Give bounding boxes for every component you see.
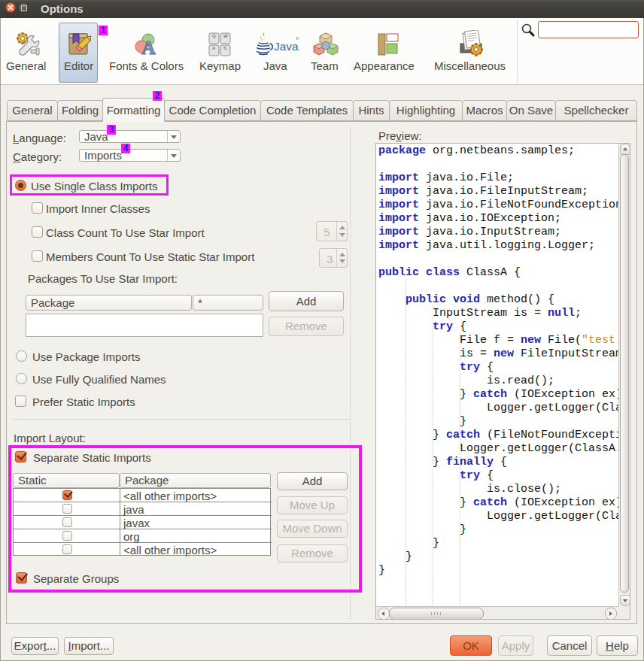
svg-text:A: A — [212, 46, 216, 50]
svg-text:Q: Q — [212, 34, 216, 38]
svg-text:W: W — [223, 34, 228, 38]
svg-text:™: ™ — [295, 36, 299, 44]
svg-text:S: S — [223, 46, 226, 50]
svg-text:A: A — [141, 37, 156, 57]
